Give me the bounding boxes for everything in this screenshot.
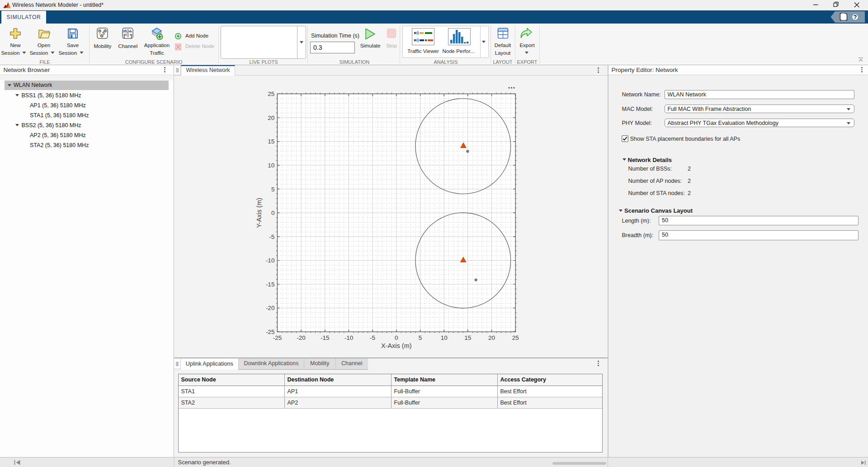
svg-text:5: 5 [419,334,422,341]
svg-text:10: 10 [441,334,448,341]
svg-text:-5: -5 [269,234,274,240]
svg-text:25: 25 [512,334,519,341]
svg-text:5: 5 [271,186,275,193]
svg-text:25: 25 [268,91,274,97]
svg-text:-25: -25 [266,329,275,335]
svg-text:0: 0 [271,210,275,216]
svg-text:-15: -15 [266,281,275,288]
svg-text:-20: -20 [297,334,306,341]
svg-text:15: 15 [268,138,274,145]
svg-text:-20: -20 [266,305,275,311]
svg-text:20: 20 [488,334,495,341]
svg-text:20: 20 [268,114,274,121]
svg-text:10: 10 [268,162,274,169]
svg-text:15: 15 [464,334,471,341]
svg-text:X-Axis (m): X-Axis (m) [381,342,412,349]
svg-text:-10: -10 [266,257,275,264]
svg-text:-15: -15 [321,334,330,341]
svg-text:Y-Axis (m): Y-Axis (m) [255,198,263,228]
svg-text:0: 0 [395,334,398,341]
svg-text:?: ? [854,14,857,20]
svg-text:-5: -5 [370,334,375,341]
svg-text:-10: -10 [344,334,354,341]
